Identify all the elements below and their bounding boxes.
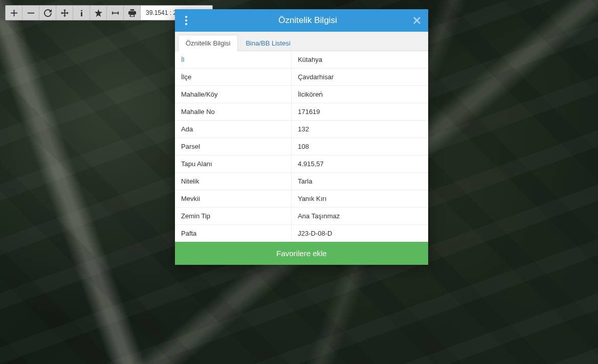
modal-tabs: Öznitelik Bilgisi Bina/BB Listesi [175,32,428,51]
attr-key: İlçe [175,69,292,86]
attr-key: Ada [175,121,292,138]
zoom-out-button[interactable] [23,6,39,20]
fullscreen-button[interactable] [56,6,73,20]
table-row: Ada132 [175,121,428,138]
svg-rect-7 [118,11,119,14]
attr-key: Mahalle No [175,103,292,121]
table-row: Tapu Alanı4.915,57 [175,155,428,173]
minus-icon [27,9,35,17]
attr-value: 132 [292,121,428,138]
attr-key: Pafta [175,225,292,242]
attr-value: 4.915,57 [292,155,428,173]
table-row: Mahalle/Köyİlciköreṅ [175,86,428,103]
print-icon [128,9,136,17]
kebab-icon [185,16,187,25]
info-icon [78,9,85,17]
refresh-icon [44,9,52,17]
attr-value: Kütahya [292,51,428,69]
attribute-table: İlKütahyaİlçeÇavdarhisarMahalle/Köyİlcik… [175,51,428,242]
attr-value: 171619 [292,103,428,121]
attr-value: İlciköreṅ [292,86,428,103]
table-row: Mahalle No171619 [175,103,428,121]
add-to-favorites-button[interactable]: Favorilere ekle [175,242,428,265]
attr-value: Tarla [292,173,428,190]
close-icon [413,17,420,24]
modal-title: Öznitelik Bilgisi [197,15,428,26]
table-row: İlçeÇavdarhisar [175,69,428,86]
modal-close-button[interactable] [410,13,424,28]
attr-key: Zemin Tip [175,208,292,225]
table-row: Parsel108 [175,138,428,155]
attr-key[interactable]: İl [175,51,292,69]
star-icon [95,9,102,17]
svg-rect-5 [112,12,118,13]
attribute-info-modal: Öznitelik Bilgisi Öznitelik Bilgisi Bina… [175,9,428,265]
print-button[interactable] [124,6,141,20]
attr-key: Tapu Alanı [175,155,292,173]
attr-value: J23-D-08-D [292,225,428,242]
measure-button[interactable] [107,6,124,20]
svg-rect-6 [112,11,113,14]
svg-point-9 [185,19,187,21]
modal-header: Öznitelik Bilgisi [175,9,428,32]
table-row: Zemin TipAna Taşınmaz [175,208,428,225]
svg-rect-2 [27,12,34,13]
tab-attributes[interactable]: Öznitelik Bilgisi [178,35,238,51]
svg-rect-4 [81,12,82,16]
svg-point-8 [185,16,187,18]
attr-value: Ana Taşınmaz [292,208,428,225]
table-row: MevkiiYanık Kırı [175,190,428,208]
attr-key: Mevkii [175,190,292,208]
attr-key: Nitelik [175,173,292,190]
refresh-button[interactable] [39,6,56,20]
table-row: NitelikTarla [175,173,428,190]
info-button[interactable] [73,6,90,20]
attr-value: 108 [292,138,428,155]
attr-value: Yanık Kırı [292,190,428,208]
zoom-in-button[interactable] [6,6,23,20]
svg-rect-1 [10,12,17,13]
svg-point-10 [185,23,187,25]
modal-menu-button[interactable] [175,16,197,25]
move-icon [61,9,69,17]
svg-point-3 [81,10,82,11]
table-row: PaftaJ23-D-08-D [175,225,428,242]
tab-bina-bb[interactable]: Bina/BB Listesi [238,35,298,51]
attr-key: Mahalle/Köy [175,86,292,103]
ruler-icon [112,9,119,17]
attr-key: Parsel [175,138,292,155]
plus-icon [10,9,18,17]
favorite-button[interactable] [90,6,107,20]
table-row: İlKütahya [175,51,428,69]
attr-value: Çavdarhisar [292,69,428,86]
